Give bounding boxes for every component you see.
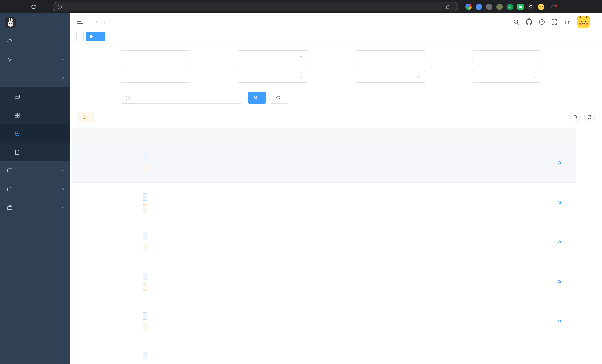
order-no-cell	[135, 262, 239, 301]
extension-chat-icon[interactable]	[517, 3, 524, 10]
filter-merchant-order-no	[425, 50, 541, 62]
sidebar-item-infrastructure[interactable]	[0, 161, 70, 180]
channel-cell	[87, 302, 135, 341]
tab-pay-order[interactable]	[86, 32, 105, 41]
font-size-icon[interactable]: TT	[564, 19, 571, 25]
github-icon[interactable]	[526, 19, 532, 25]
merchant-tag	[142, 154, 147, 161]
sidebar-item-workflow[interactable]	[0, 198, 70, 217]
filter-refund-status	[308, 71, 425, 83]
title-cell	[239, 302, 302, 341]
pay-status-cell	[408, 341, 441, 364]
fee-cell	[337, 262, 373, 301]
document-icon	[14, 149, 20, 155]
view-detail-link[interactable]	[558, 200, 563, 204]
extension-olive-icon[interactable]	[496, 3, 503, 10]
chevron-down-icon	[532, 75, 536, 79]
extension-avatar-icon[interactable]	[538, 3, 544, 10]
order-id-cell	[72, 341, 87, 364]
amount-cell	[302, 222, 337, 261]
chevron-up-icon	[62, 76, 65, 80]
user-avatar[interactable]	[577, 16, 590, 28]
magnifier-icon	[558, 240, 562, 244]
address-bar[interactable]	[53, 2, 458, 11]
table-row	[72, 302, 576, 341]
amount-cell	[302, 341, 337, 364]
action-cell	[545, 222, 576, 261]
title-cell	[239, 222, 302, 261]
order-id-cell	[72, 262, 87, 301]
app-id-filter-select[interactable]	[238, 50, 308, 62]
chevron-down-icon	[299, 75, 303, 79]
view-detail-link[interactable]	[558, 240, 563, 244]
view-detail-link[interactable]	[558, 319, 563, 323]
order-no-cell	[135, 222, 239, 261]
sidebar-item-app-info[interactable]	[0, 106, 70, 124]
sidebar-item-pay-order[interactable]	[0, 124, 70, 143]
merchant-filter-input[interactable]	[121, 50, 191, 62]
tab-home[interactable]	[76, 32, 84, 41]
title-cell	[239, 262, 302, 301]
create-time-cell	[473, 222, 509, 261]
sidebar-item-merchant-info[interactable]	[0, 87, 70, 106]
channel-order-no-input[interactable]	[121, 71, 191, 83]
refund-cell	[373, 222, 408, 261]
search-button[interactable]	[248, 92, 266, 104]
search-icon[interactable]	[513, 19, 519, 25]
tags-view-bar	[70, 30, 602, 43]
view-detail-link[interactable]	[558, 280, 563, 283]
fee-cell	[337, 341, 373, 364]
help-icon[interactable]: ?	[539, 19, 545, 25]
browser-reload-icon[interactable]	[29, 2, 38, 11]
browser-forward-icon[interactable]	[17, 2, 26, 11]
svg-text:T: T	[564, 20, 567, 24]
browser-update-button[interactable]	[551, 5, 557, 8]
magnifier-icon	[558, 200, 562, 204]
filter-notify-status	[425, 71, 541, 83]
toolbox-icon	[7, 186, 13, 192]
sidebar-item-home[interactable]	[0, 32, 70, 50]
extension-colorful-icon[interactable]	[465, 3, 472, 10]
site-info-icon[interactable]	[57, 4, 62, 9]
toggle-search-button[interactable]	[570, 112, 580, 122]
extension-blue-icon[interactable]	[476, 3, 482, 10]
order-id-cell	[72, 222, 87, 261]
table-row	[72, 183, 576, 222]
sidebar-item-refund-order[interactable]	[0, 143, 70, 161]
filter-channel-order-no	[78, 71, 191, 83]
refresh-table-button[interactable]	[584, 112, 595, 122]
pay-status-filter-select[interactable]	[238, 71, 308, 83]
channel-code-filter-select[interactable]	[355, 50, 425, 62]
dashboard-icon	[7, 38, 13, 44]
extension-check-icon[interactable]: ✓	[507, 3, 513, 10]
breadcrumb: / /	[93, 19, 109, 25]
view-detail-link[interactable]	[558, 161, 563, 165]
pay-tag	[142, 244, 147, 251]
orders-table	[72, 128, 576, 364]
table-row	[72, 262, 576, 302]
hamburger-icon[interactable]	[76, 19, 83, 25]
notify-status-cell	[441, 183, 473, 222]
order-no-cell	[135, 183, 239, 222]
share-icon[interactable]	[445, 4, 450, 9]
create-time-range-picker[interactable]	[121, 92, 242, 104]
order-id-cell	[72, 143, 87, 182]
filter-channel-code	[308, 50, 425, 62]
refund-status-filter-select[interactable]	[355, 71, 425, 83]
merchant-order-no-input[interactable]	[472, 50, 541, 62]
browser-back-icon[interactable]	[5, 2, 14, 11]
export-button[interactable]	[78, 112, 94, 122]
notify-status-filter-select[interactable]	[472, 71, 541, 83]
fee-cell	[337, 183, 373, 222]
reset-button[interactable]	[270, 92, 288, 104]
extension-dark-icon[interactable]	[527, 3, 534, 10]
extension-gray-icon[interactable]	[486, 3, 492, 10]
fullscreen-icon[interactable]	[551, 19, 558, 25]
action-cell	[545, 183, 576, 222]
browser-home-icon[interactable]	[41, 2, 50, 11]
sidebar-item-dev-tools[interactable]	[0, 180, 70, 198]
filter-row-1	[78, 50, 595, 62]
close-tab-icon[interactable]	[96, 34, 101, 39]
sidebar-item-payment[interactable]	[0, 69, 70, 87]
sidebar-item-system[interactable]	[0, 50, 70, 69]
